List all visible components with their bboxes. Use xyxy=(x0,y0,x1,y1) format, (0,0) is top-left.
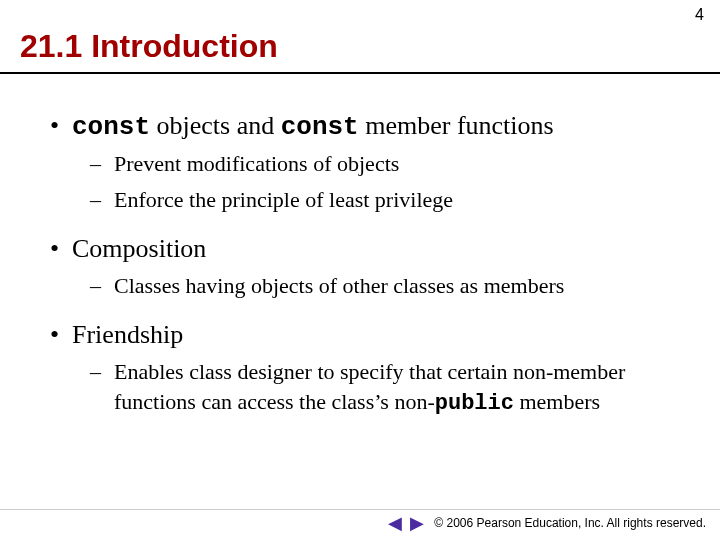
bullet-3-sub-1-post: members xyxy=(514,389,600,414)
next-button[interactable]: ▶ xyxy=(410,514,424,532)
bullet-2-sub-1-text: Classes having objects of other classes … xyxy=(114,271,680,301)
title-underline xyxy=(0,72,720,74)
bullet-dot-icon: • xyxy=(50,110,72,143)
content-area: • const objects and const member functio… xyxy=(50,92,680,419)
bullet-dot-icon: • xyxy=(50,233,72,265)
dash-icon: – xyxy=(90,185,114,215)
bullet-1-text: const objects and const member functions xyxy=(72,110,680,143)
bullet-3-sub-1: – Enables class designer to specify that… xyxy=(90,357,680,419)
slide: 4 21.1 Introduction • const objects and … xyxy=(0,0,720,540)
footer: ◀ ▶ © 2006 Pearson Education, Inc. All r… xyxy=(388,514,706,532)
dash-icon: – xyxy=(90,271,114,301)
code-public: public xyxy=(435,391,514,416)
bullet-1-sub-2: – Enforce the principle of least privile… xyxy=(90,185,680,215)
bullet-2-text: Composition xyxy=(72,233,680,265)
copyright-text: © 2006 Pearson Education, Inc. All right… xyxy=(434,516,706,530)
page-number: 4 xyxy=(695,6,704,24)
dash-icon: – xyxy=(90,357,114,419)
slide-title: 21.1 Introduction xyxy=(20,28,278,65)
bullet-2-sub-1: – Classes having objects of other classe… xyxy=(90,271,680,301)
dash-icon: – xyxy=(90,149,114,179)
code-const-1: const xyxy=(72,112,150,142)
bullet-1-sub-1-text: Prevent modifications of objects xyxy=(114,149,680,179)
bullet-1: • const objects and const member functio… xyxy=(50,110,680,143)
bullet-2: • Composition xyxy=(50,233,680,265)
bullet-3: • Friendship xyxy=(50,319,680,351)
footer-divider xyxy=(0,509,720,510)
bullet-dot-icon: • xyxy=(50,319,72,351)
bullet-3-text: Friendship xyxy=(72,319,680,351)
code-const-2: const xyxy=(281,112,359,142)
bullet-3-sub-1-text: Enables class designer to specify that c… xyxy=(114,357,680,419)
bullet-1-post: member functions xyxy=(359,111,554,140)
bullet-1-mid: objects and xyxy=(150,111,281,140)
bullet-1-sub-2-text: Enforce the principle of least privilege xyxy=(114,185,680,215)
bullet-1-sub-1: – Prevent modifications of objects xyxy=(90,149,680,179)
nav-buttons: ◀ ▶ xyxy=(388,514,424,532)
prev-button[interactable]: ◀ xyxy=(388,514,402,532)
